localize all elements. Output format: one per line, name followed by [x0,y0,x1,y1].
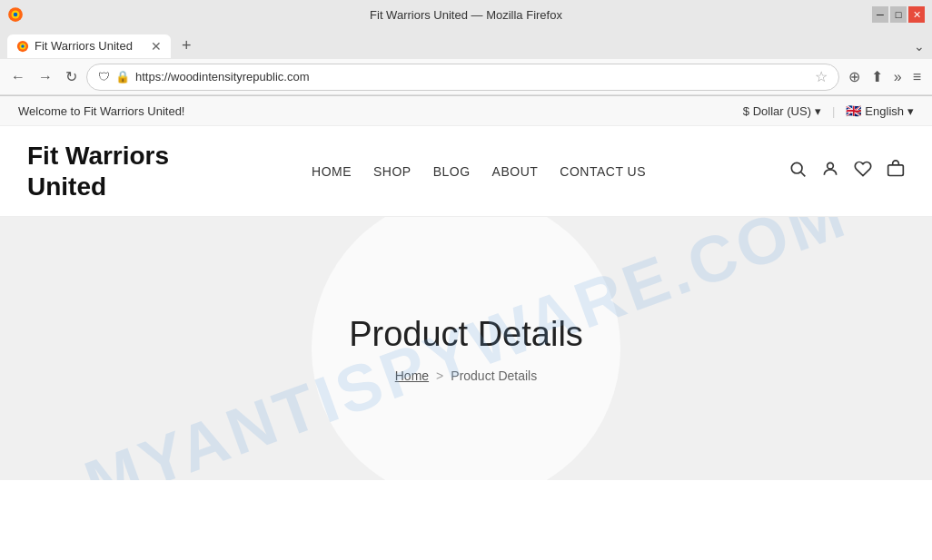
window-controls[interactable]: ─ □ ✕ [872,6,925,23]
logo-line1: Fit Warriors [27,141,169,172]
language-label: English [865,104,904,118]
website: Welcome to Fit Warriors United! $ Dollar… [0,96,932,480]
welcome-text: Welcome to Fit Warriors United! [18,104,185,118]
site-logo[interactable]: Fit Warriors United [27,141,169,201]
account-icon [821,160,839,178]
svg-point-2 [14,13,18,17]
logo-line2: United [27,172,169,202]
svg-point-5 [21,44,25,48]
window-title: Fit Warriors United — Mozilla Firefox [370,8,562,22]
site-header: Fit Warriors United HOME SHOP BLOG ABOUT… [0,126,932,217]
svg-line-7 [801,172,806,177]
nav-blog[interactable]: BLOG [433,164,471,179]
nav-shop[interactable]: SHOP [373,164,411,179]
nav-right-icons: ⊕ ⬆ » ≡ [845,64,925,89]
announcement-bar: Welcome to Fit Warriors United! $ Dollar… [0,96,932,126]
currency-selector[interactable]: $ Dollar (US) ▾ [743,104,821,118]
navigation-bar: ← → ↻ 🛡 🔒 https://woodintensityrepublic.… [0,59,932,95]
maximize-button[interactable]: □ [890,6,907,23]
announcement-right: $ Dollar (US) ▾ | 🇬🇧 English ▾ [743,103,914,118]
pocket-button[interactable]: ⊕ [845,64,864,89]
nav-home[interactable]: HOME [312,164,352,179]
bookmark-icon[interactable]: ☆ [815,68,828,85]
hero-section: MYANTISPYWARE.COM Product Details Home >… [0,217,932,480]
firefox-icon [7,6,24,23]
nav-contact[interactable]: CONTACT US [560,164,646,179]
svg-point-8 [828,162,834,169]
account-button[interactable] [821,160,839,182]
browser-chrome: Fit Warriors United — Mozilla Firefox ─ … [0,0,932,96]
site-navigation: HOME SHOP BLOG ABOUT CONTACT US [312,164,646,179]
language-arrow: ▾ [907,104,914,118]
breadcrumb-home[interactable]: Home [395,368,429,383]
search-icon [788,160,807,178]
flag-icon: 🇬🇧 [846,103,861,118]
heart-icon [854,160,872,178]
minimize-button[interactable]: ─ [872,6,888,23]
title-bar: Fit Warriors United — Mozilla Firefox ─ … [0,0,932,29]
tab-list-button[interactable]: ⌄ [914,39,925,54]
language-selector[interactable]: 🇬🇧 English ▾ [846,103,914,118]
tab-favicon [16,40,29,53]
extensions-button[interactable]: » [890,65,906,89]
active-tab[interactable]: Fit Warriors United ✕ [7,34,171,58]
hero-title: Product Details [349,315,583,354]
tab-title: Fit Warriors United [35,39,133,53]
new-tab-button[interactable]: + [174,33,199,59]
lock-icon: 🔒 [115,70,130,84]
wishlist-button[interactable] [854,160,872,182]
breadcrumb-separator: > [436,368,443,383]
currency-arrow: ▾ [815,104,821,118]
shield-icon: 🛡 [98,70,110,84]
cart-icon [887,160,905,178]
divider: | [832,104,835,118]
svg-point-6 [791,162,802,173]
back-button[interactable]: ← [7,65,29,89]
tab-bar: Fit Warriors United ✕ + ⌄ [0,29,932,59]
menu-button[interactable]: ≡ [909,65,925,89]
browser-icons-left [7,6,24,23]
breadcrumb-current: Product Details [451,368,537,383]
header-icons [788,160,905,182]
search-button[interactable] [788,160,807,182]
close-button[interactable]: ✕ [908,6,925,23]
share-button[interactable]: ⬆ [868,64,887,89]
hero-content: Product Details Home > Product Details [349,315,583,383]
currency-label: $ Dollar (US) [743,104,811,118]
refresh-button[interactable]: ↻ [62,64,81,89]
address-bar[interactable]: 🛡 🔒 https://woodintensityrepublic.com ☆ [86,64,839,91]
breadcrumb: Home > Product Details [349,368,583,383]
nav-about[interactable]: ABOUT [492,164,539,179]
forward-button[interactable]: → [35,65,56,89]
svg-rect-9 [888,165,904,176]
tab-close-button[interactable]: ✕ [151,39,162,54]
url-text[interactable]: https://woodintensityrepublic.com [135,70,809,84]
cart-button[interactable] [887,160,905,182]
